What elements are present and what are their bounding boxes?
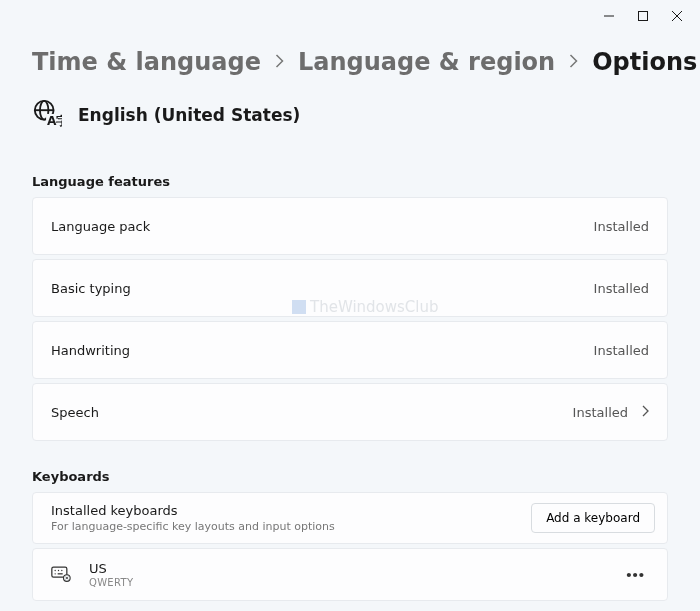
page-title: English (United States) [78, 105, 300, 125]
window-maximize-button[interactable] [626, 2, 660, 30]
close-icon [672, 11, 682, 21]
language-features-heading: Language features [32, 174, 668, 189]
keyboards-heading: Keyboards [32, 469, 668, 484]
feature-label: Speech [51, 405, 99, 420]
breadcrumb: Time & language Language & region Option… [32, 48, 668, 76]
keyboard-icon [51, 563, 71, 587]
window-close-button[interactable] [660, 2, 694, 30]
chevron-right-icon [569, 52, 578, 72]
feature-status: Installed [594, 281, 649, 296]
window-titlebar [0, 0, 700, 32]
svg-point-12 [61, 569, 62, 570]
add-keyboard-button[interactable]: Add a keyboard [531, 503, 655, 533]
window-minimize-button[interactable] [592, 2, 626, 30]
page-title-row: A字 English (United States) [32, 98, 668, 132]
feature-status: Installed [573, 405, 649, 420]
installed-keyboards-title: Installed keyboards [51, 503, 335, 518]
breadcrumb-time-language[interactable]: Time & language [32, 48, 261, 76]
feature-row-language-pack[interactable]: Language pack Installed [32, 197, 668, 255]
svg-point-13 [55, 573, 56, 574]
feature-status: Installed [594, 219, 649, 234]
installed-keyboards-subtitle: For language-specific key layouts and in… [51, 520, 335, 533]
maximize-icon [638, 11, 648, 21]
svg-text:A字: A字 [47, 114, 62, 128]
feature-label: Basic typing [51, 281, 131, 296]
feature-row-handwriting[interactable]: Handwriting Installed [32, 321, 668, 379]
keyboard-more-button[interactable]: ••• [622, 562, 649, 587]
chevron-right-icon [642, 405, 649, 420]
language-globe-icon: A字 [32, 98, 62, 132]
svg-point-10 [55, 569, 56, 570]
breadcrumb-language-region[interactable]: Language & region [298, 48, 555, 76]
breadcrumb-current: Options [592, 48, 697, 76]
svg-rect-1 [639, 12, 648, 21]
feature-row-basic-typing[interactable]: Basic typing Installed [32, 259, 668, 317]
svg-point-11 [58, 569, 59, 570]
feature-label: Handwriting [51, 343, 130, 358]
installed-keyboards-row: Installed keyboards For language-specifi… [32, 492, 668, 544]
feature-status: Installed [594, 343, 649, 358]
keyboard-layout: QWERTY [89, 577, 133, 588]
keyboard-item: US QWERTY ••• [32, 548, 668, 601]
feature-row-speech[interactable]: Speech Installed [32, 383, 668, 441]
minimize-icon [604, 11, 614, 21]
feature-status-text: Installed [573, 405, 628, 420]
feature-label: Language pack [51, 219, 150, 234]
chevron-right-icon [275, 52, 284, 72]
keyboard-name: US [89, 561, 133, 576]
